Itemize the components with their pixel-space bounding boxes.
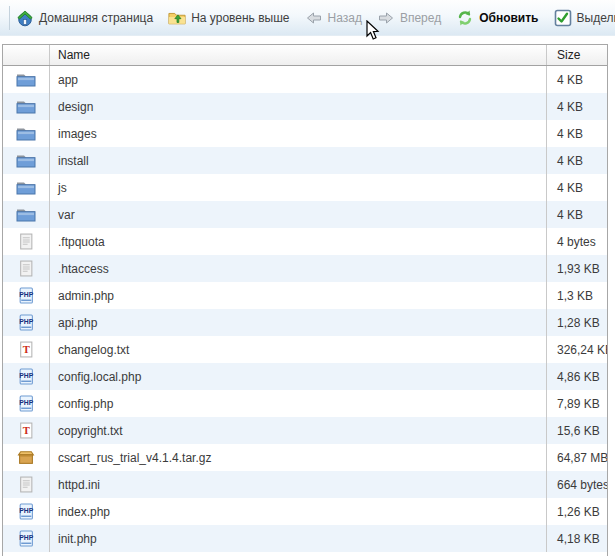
table-row[interactable]: design 4 KB — [3, 93, 607, 120]
file-size: 7,89 KB — [546, 390, 607, 417]
doc-icon — [16, 233, 36, 250]
table-row[interactable]: httpd.ini 664 bytes — [3, 471, 607, 498]
refresh-icon — [456, 9, 474, 27]
php-icon — [16, 368, 36, 385]
archive-icon — [16, 449, 36, 466]
table-row[interactable]: .ftpquota 4 bytes — [3, 228, 607, 255]
up-level-button[interactable]: На уровень выше — [168, 9, 289, 27]
select-all-label: Выделить все — [577, 11, 615, 25]
refresh-button[interactable]: Обновить — [456, 9, 538, 27]
table-row[interactable]: app 4 KB — [3, 66, 607, 93]
file-name: httpd.ini — [50, 471, 546, 498]
file-name: init.php — [50, 525, 546, 552]
file-size: 1,3 KB — [546, 282, 607, 309]
table-row[interactable]: admin.php 1,3 KB — [3, 282, 607, 309]
php-icon — [16, 314, 36, 331]
checkbox-checked-icon — [554, 9, 572, 27]
file-size: 4 bytes — [546, 228, 607, 255]
header-name[interactable]: Name — [50, 45, 546, 65]
php-icon — [16, 530, 36, 547]
arrow-left-icon — [305, 9, 323, 27]
folder-icon — [16, 206, 36, 223]
folder-icon — [16, 98, 36, 115]
back-label: Назад — [328, 11, 362, 25]
file-name: .htaccess — [50, 255, 546, 282]
refresh-label: Обновить — [479, 11, 538, 25]
file-size: 4,86 KB — [546, 363, 607, 390]
file-size: 1,26 KB — [546, 498, 607, 525]
file-size: 4 KB — [546, 93, 607, 120]
table-row[interactable]: api.php 1,28 KB — [3, 309, 607, 336]
file-size: 326,24 KB — [546, 336, 607, 363]
file-name: images — [50, 120, 546, 147]
txt-icon — [16, 422, 36, 439]
file-name: .ftpquota — [50, 228, 546, 255]
table-header: Name Size — [3, 45, 607, 66]
file-name: install — [50, 147, 546, 174]
forward-button[interactable]: Вперед — [377, 9, 441, 27]
file-size: 4 KB — [546, 174, 607, 201]
file-name: cscart_rus_trial_v4.1.4.tar.gz — [50, 444, 546, 471]
file-size: 664 bytes — [546, 471, 607, 498]
file-name: var — [50, 201, 546, 228]
file-size: 15,6 KB — [546, 417, 607, 444]
file-name: config.local.php — [50, 363, 546, 390]
header-icon-column — [3, 45, 50, 65]
txt-icon — [16, 341, 36, 358]
file-size: 64,87 MB — [546, 444, 607, 471]
file-size: 4,18 KB — [546, 525, 607, 552]
home-icon — [16, 9, 34, 27]
file-size: 1,28 KB — [546, 309, 607, 336]
folder-icon — [16, 152, 36, 169]
table-row[interactable]: .htaccess 1,93 KB — [3, 255, 607, 282]
file-name: index.php — [50, 498, 546, 525]
folder-icon — [16, 71, 36, 88]
file-size: 4 KB — [546, 120, 607, 147]
table-row[interactable]: install 4 KB — [3, 147, 607, 174]
doc-icon — [16, 260, 36, 277]
forward-label: Вперед — [400, 11, 441, 25]
table-row[interactable]: index.php 1,26 KB — [3, 498, 607, 525]
select-all-button[interactable]: Выделить все — [554, 9, 615, 27]
toolbar: Домашняя страница На уровень выше Назад … — [0, 0, 615, 36]
home-button[interactable]: Домашняя страница — [16, 9, 153, 27]
file-size: 4 KB — [546, 66, 607, 93]
file-size: 4 KB — [546, 201, 607, 228]
folder-icon — [16, 125, 36, 142]
table-row[interactable]: var 4 KB — [3, 201, 607, 228]
file-name: copyright.txt — [50, 417, 546, 444]
folder-up-icon — [168, 9, 186, 27]
file-name: changelog.txt — [50, 336, 546, 363]
file-name: config.php — [50, 390, 546, 417]
file-name: js — [50, 174, 546, 201]
doc-icon — [16, 476, 36, 493]
file-name: api.php — [50, 309, 546, 336]
php-icon — [16, 395, 36, 412]
table-row[interactable]: init.php 4,18 KB — [3, 525, 607, 552]
file-name: admin.php — [50, 282, 546, 309]
table-row[interactable]: copyright.txt 15,6 KB — [3, 417, 607, 444]
header-size[interactable]: Size — [546, 45, 607, 65]
php-icon — [16, 287, 36, 304]
file-size: 1,93 KB — [546, 255, 607, 282]
file-name: app — [50, 66, 546, 93]
file-size: 4 KB — [546, 147, 607, 174]
file-table: Name Size app 4 KB design 4 KB images 4 … — [2, 44, 608, 556]
folder-icon — [16, 179, 36, 196]
back-button[interactable]: Назад — [305, 9, 362, 27]
table-row[interactable]: images 4 KB — [3, 120, 607, 147]
table-row[interactable]: cscart_rus_trial_v4.1.4.tar.gz 64,87 MB — [3, 444, 607, 471]
php-icon — [16, 503, 36, 520]
arrow-right-icon — [377, 9, 395, 27]
table-row[interactable]: config.local.php 4,86 KB — [3, 363, 607, 390]
toolbar-divider — [9, 6, 10, 30]
table-row[interactable]: changelog.txt 326,24 KB — [3, 336, 607, 363]
up-level-label: На уровень выше — [191, 11, 289, 25]
home-label: Домашняя страница — [39, 11, 153, 25]
table-row[interactable]: config.php 7,89 KB — [3, 390, 607, 417]
file-table-body: app 4 KB design 4 KB images 4 KB install… — [3, 66, 607, 552]
table-row[interactable]: js 4 KB — [3, 174, 607, 201]
file-name: design — [50, 93, 546, 120]
